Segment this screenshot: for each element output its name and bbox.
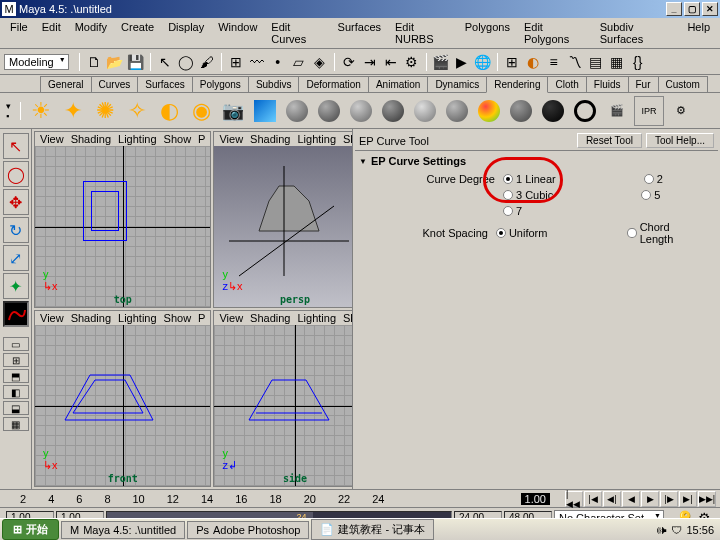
new-scene-icon[interactable]: 🗋 (84, 52, 104, 72)
tab-custom[interactable]: Custom (658, 76, 708, 92)
tab-subdivs[interactable]: Subdivs (248, 76, 300, 92)
shader-ring-icon[interactable] (570, 96, 600, 126)
menu-edit-nurbs[interactable]: Edit NURBS (389, 19, 457, 47)
menu-edit[interactable]: Edit (36, 19, 67, 47)
radio-1-linear[interactable]: 1 Linear (503, 173, 556, 185)
paint-select-icon[interactable]: 🖌 (197, 52, 217, 72)
maximize-button[interactable]: ▢ (684, 2, 700, 16)
radio-chord[interactable]: Chord Length (627, 221, 700, 245)
reset-tool-button[interactable]: Reset Tool (577, 133, 642, 148)
shader-ramp-icon[interactable] (474, 96, 504, 126)
tab-general[interactable]: General (40, 76, 92, 92)
tab-rendering[interactable]: Rendering (486, 76, 548, 93)
light-point-icon[interactable]: ✺ (90, 96, 120, 126)
minimize-button[interactable]: _ (666, 2, 682, 16)
scale-tool[interactable]: ⤢ (3, 245, 29, 271)
lasso-icon[interactable]: ◯ (176, 52, 196, 72)
viewport-front[interactable]: ViewShadingLightingShowP y↳x front (34, 310, 211, 487)
script-icon[interactable]: {} (628, 52, 648, 72)
save-scene-icon[interactable]: 💾 (126, 52, 146, 72)
select-tool[interactable]: ↖ (3, 133, 29, 159)
light-directional-icon[interactable]: ✦ (58, 96, 88, 126)
tab-fluids[interactable]: Fluids (586, 76, 629, 92)
snap-live-icon[interactable]: ◈ (310, 52, 330, 72)
shader-5-icon[interactable] (410, 96, 440, 126)
tab-dynamics[interactable]: Dynamics (427, 76, 487, 92)
menu-help[interactable]: Help (681, 19, 716, 47)
prev-key-button[interactable]: ◀| (603, 491, 621, 507)
light-area-icon[interactable]: ◐ (154, 96, 184, 126)
layer-icon[interactable]: ▦ (607, 52, 627, 72)
menu-polygons[interactable]: Polygons (459, 19, 516, 47)
viewport-top[interactable]: ViewShadingLightingShowP y↳x top (34, 131, 211, 308)
snap-plane-icon[interactable]: ▱ (289, 52, 309, 72)
tray-icon[interactable]: 🕪 (656, 524, 667, 536)
current-frame[interactable]: 1.00 (521, 493, 550, 505)
rotate-tool[interactable]: ↻ (3, 217, 29, 243)
tab-cloth[interactable]: Cloth (547, 76, 586, 92)
channel-icon[interactable]: ▤ (586, 52, 606, 72)
snap-curve-icon[interactable]: 〰 (247, 52, 267, 72)
light-volume-icon[interactable]: ◉ (186, 96, 216, 126)
tab-surfaces[interactable]: Surfaces (137, 76, 192, 92)
menu-surfaces[interactable]: Surfaces (332, 19, 387, 47)
history-icon[interactable]: ⟳ (339, 52, 359, 72)
system-tray[interactable]: 🕪 🛡 15:56 (652, 524, 718, 536)
play-button[interactable]: ▶ (641, 491, 659, 507)
shader-gray-icon[interactable] (506, 96, 536, 126)
inputs-icon[interactable]: ⇥ (360, 52, 380, 72)
step-fwd-button[interactable]: ▶| (679, 491, 697, 507)
shader-2-icon[interactable] (314, 96, 344, 126)
radio-5[interactable]: 5 (641, 189, 660, 201)
shader-4-icon[interactable] (378, 96, 408, 126)
light-spot-icon[interactable]: ✧ (122, 96, 152, 126)
step-back-button[interactable]: |◀ (584, 491, 602, 507)
menu-subdiv[interactable]: Subdiv Surfaces (594, 19, 680, 47)
select-icon[interactable]: ↖ (155, 52, 175, 72)
snap-point-icon[interactable]: • (268, 52, 288, 72)
outliner-icon[interactable]: ≡ (544, 52, 564, 72)
render-current-icon[interactable]: 🎬 (602, 96, 632, 126)
start-button[interactable]: ⊞开始 (2, 519, 59, 540)
open-scene-icon[interactable]: 📂 (105, 52, 125, 72)
snap-grid-icon[interactable]: ⊞ (226, 52, 246, 72)
mode-dropdown[interactable]: Modeling (4, 54, 69, 70)
radio-7[interactable]: 7 (503, 205, 522, 217)
shader-3-icon[interactable] (346, 96, 376, 126)
close-button[interactable]: ✕ (702, 2, 718, 16)
radio-3-cubic[interactable]: 3 Cubic (503, 189, 553, 201)
layout-4view-icon[interactable]: ⊞ (502, 52, 522, 72)
taskbar-item[interactable]: MMaya 4.5: .\untitled (61, 521, 185, 539)
taskbar-item[interactable]: PsAdobe Photoshop (187, 521, 309, 539)
render-settings-icon[interactable]: ⚙ (666, 96, 696, 126)
lasso-tool[interactable]: ◯ (3, 161, 29, 187)
rewind-button[interactable]: |◀◀ (565, 491, 583, 507)
time-slider[interactable]: 24681012141618202224 1.00 |◀◀ |◀ ◀| ◀ ▶ … (0, 489, 720, 507)
tray-icon[interactable]: 🛡 (671, 524, 682, 536)
layout-three-icon[interactable]: ⬓ (3, 401, 29, 415)
tab-curves[interactable]: Curves (91, 76, 139, 92)
play-back-button[interactable]: ◀ (622, 491, 640, 507)
menu-window[interactable]: Window (212, 19, 263, 47)
construction-icon[interactable]: ⚙ (402, 52, 422, 72)
taskbar-item[interactable]: 📄建筑教程 - 记事本 (311, 519, 434, 540)
tab-fur[interactable]: Fur (628, 76, 659, 92)
graph-icon[interactable]: 〽 (565, 52, 585, 72)
tab-polygons[interactable]: Polygons (192, 76, 249, 92)
tab-animation[interactable]: Animation (368, 76, 428, 92)
manip-tool[interactable]: ✦ (3, 273, 29, 299)
move-tool[interactable]: ✥ (3, 189, 29, 215)
texture-icon[interactable] (250, 96, 280, 126)
next-key-button[interactable]: |▶ (660, 491, 678, 507)
camera-icon[interactable]: 📷 (218, 96, 248, 126)
light-ambient-icon[interactable]: ☀ (26, 96, 56, 126)
tab-deformation[interactable]: Deformation (298, 76, 368, 92)
menu-modify[interactable]: Modify (69, 19, 113, 47)
layout-four-icon[interactable]: ⊞ (3, 353, 29, 367)
hypershade-icon[interactable]: ◐ (523, 52, 543, 72)
tool-help-button[interactable]: Tool Help... (646, 133, 714, 148)
layout-two-h-icon[interactable]: ⬒ (3, 369, 29, 383)
shader-6-icon[interactable] (442, 96, 472, 126)
menu-edit-polygons[interactable]: Edit Polygons (518, 19, 592, 47)
layout-single-icon[interactable]: ▭ (3, 337, 29, 351)
